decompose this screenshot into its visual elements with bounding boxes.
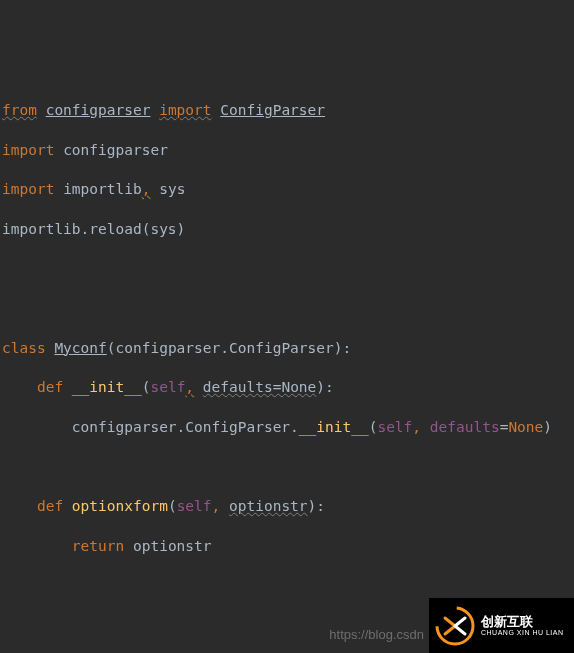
blank-line: [2, 259, 572, 279]
code-line: configparser.ConfigParser.__init__(self,…: [2, 418, 572, 438]
source-url: https://blog.csdn: [329, 625, 424, 645]
code-line: from configparser import ConfigParser: [2, 101, 572, 121]
watermark-text-en: CHUANG XIN HU LIAN: [481, 629, 564, 637]
watermark: 创新互联 CHUANG XIN HU LIAN: [429, 598, 574, 653]
watermark-text-cn: 创新互联: [481, 615, 564, 629]
blank-line: [2, 299, 572, 319]
code-line: import importlib, sys: [2, 180, 572, 200]
blank-line: [2, 576, 572, 596]
code-line: import configparser: [2, 141, 572, 161]
code-line: importlib.reload(sys): [2, 220, 572, 240]
blank-line: [2, 457, 572, 477]
logo-icon: [435, 606, 475, 646]
code-line: class Myconf(configparser.ConfigParser):: [2, 339, 572, 359]
code-line: def __init__(self, defaults=None):: [2, 378, 572, 398]
code-editor[interactable]: from configparser import ConfigParser im…: [0, 79, 574, 653]
code-line: def optionxform(self, optionstr):: [2, 497, 572, 517]
code-line: return optionstr: [2, 537, 572, 557]
